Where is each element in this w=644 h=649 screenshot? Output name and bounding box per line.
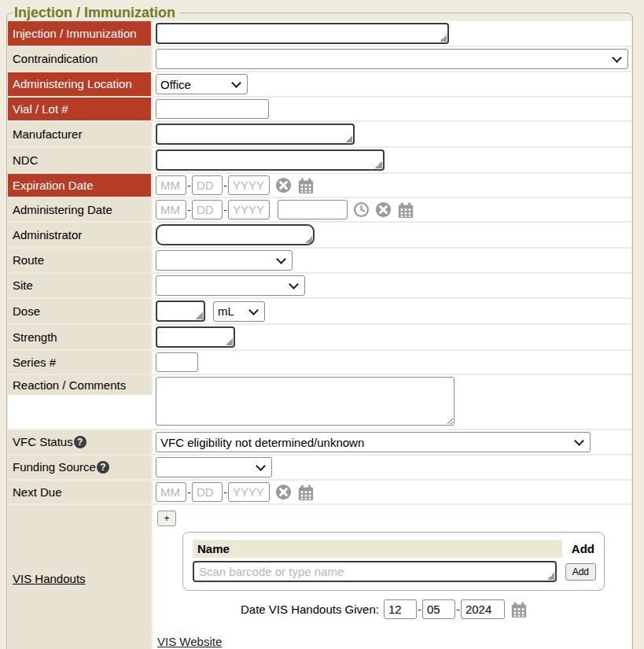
reaction-label: Reaction / Comments bbox=[8, 375, 153, 395]
vis-add-row-button[interactable]: + bbox=[157, 511, 176, 526]
vis-add-button[interactable]: Add bbox=[565, 563, 596, 581]
row-ndc: NDC bbox=[8, 148, 631, 174]
administering-date-label: Administering Date bbox=[8, 198, 153, 221]
injection-form: Injection / Immunization Injection / Imm… bbox=[6, 5, 633, 649]
administering-month-input[interactable] bbox=[156, 200, 186, 219]
vial-lot-input[interactable] bbox=[156, 99, 269, 119]
administrator-cell bbox=[153, 223, 631, 247]
administrator-label: Administrator bbox=[8, 223, 153, 247]
administering-date-cell: -- bbox=[153, 198, 631, 221]
injection-cell bbox=[153, 21, 631, 46]
injection-input[interactable] bbox=[156, 23, 449, 44]
vfc-status-select[interactable]: VFC eligibility not determined/unknown bbox=[156, 432, 591, 452]
next-due-cell: -- bbox=[153, 481, 631, 503]
site-cell bbox=[153, 274, 631, 297]
row-route: Route bbox=[8, 249, 631, 274]
vfc-status-help-icon[interactable]: ? bbox=[74, 436, 86, 448]
next-due-calendar-icon[interactable] bbox=[297, 484, 315, 501]
expiration-date-label: Expiration Date bbox=[8, 174, 153, 197]
expiration-year-input[interactable] bbox=[228, 175, 270, 195]
site-label: Site bbox=[8, 274, 153, 297]
strength-label: Strength bbox=[8, 325, 153, 349]
site-select[interactable] bbox=[156, 275, 305, 296]
funding-source-cell bbox=[153, 455, 631, 479]
row-vis-handouts: VIS Handouts + Name Add Add Date VIS Han… bbox=[8, 505, 631, 649]
dose-unit-select-wrap: mL bbox=[213, 301, 265, 322]
ndc-cell bbox=[153, 148, 631, 172]
row-contraindication: Contraindication bbox=[8, 47, 631, 72]
dose-label: Dose bbox=[8, 299, 153, 323]
ndc-input[interactable] bbox=[156, 149, 385, 171]
route-cell bbox=[153, 249, 631, 272]
expiration-calendar-icon[interactable] bbox=[297, 177, 315, 194]
manufacturer-input[interactable] bbox=[156, 124, 355, 145]
next-due-year-input[interactable] bbox=[228, 482, 270, 502]
strength-input[interactable] bbox=[156, 326, 235, 348]
vfc-status-label: VFC Status? bbox=[8, 430, 153, 454]
row-administering-location: Administering Location Office bbox=[8, 72, 631, 98]
dose-input[interactable] bbox=[156, 301, 205, 322]
administering-location-select[interactable]: Office bbox=[156, 74, 248, 94]
vis-handouts-link[interactable]: VIS Handouts bbox=[13, 572, 86, 585]
next-due-day-input[interactable] bbox=[192, 482, 223, 502]
route-select[interactable] bbox=[156, 250, 293, 271]
vial-lot-cell bbox=[153, 98, 631, 120]
vis-handouts-cell: + Name Add Add Date VIS Handouts Given: … bbox=[153, 505, 631, 649]
vis-handouts-label: VIS Handouts bbox=[8, 505, 153, 649]
vfc-status-select-wrap: VFC eligibility not determined/unknown bbox=[156, 432, 591, 452]
administering-location-cell: Office bbox=[153, 72, 631, 96]
site-select-wrap bbox=[156, 275, 305, 296]
ndc-label: NDC bbox=[8, 148, 153, 172]
funding-source-select[interactable] bbox=[156, 457, 272, 478]
row-vial-lot: Vial / Lot # bbox=[8, 98, 631, 122]
administering-calendar-icon[interactable] bbox=[397, 201, 414, 219]
row-administrator: Administrator bbox=[8, 223, 631, 249]
next-due-clear-icon[interactable] bbox=[275, 484, 292, 500]
vis-scan-input[interactable] bbox=[193, 561, 557, 582]
administering-clock-icon[interactable] bbox=[353, 201, 370, 218]
vis-entry-row: Add bbox=[193, 561, 596, 582]
row-funding-source: Funding Source? bbox=[8, 455, 631, 481]
contraindication-cell bbox=[153, 47, 631, 71]
row-next-due: Next Due -- bbox=[8, 481, 631, 505]
vial-lot-label: Vial / Lot # bbox=[8, 98, 153, 120]
row-site: Site bbox=[8, 274, 631, 299]
administering-time-input[interactable] bbox=[278, 200, 348, 219]
expiration-clear-icon[interactable] bbox=[275, 177, 292, 194]
expiration-day-input[interactable] bbox=[192, 175, 223, 195]
series-input[interactable] bbox=[156, 352, 198, 372]
row-injection: Injection / Immunization bbox=[8, 21, 631, 47]
vis-date-given: Date VIS Handouts Given: -- bbox=[241, 599, 628, 619]
row-reaction: Reaction / Comments bbox=[8, 375, 631, 430]
contraindication-select-wrap bbox=[156, 49, 628, 69]
funding-source-help-icon[interactable]: ? bbox=[97, 461, 109, 474]
next-due-month-input[interactable] bbox=[156, 482, 186, 502]
manufacturer-label: Manufacturer bbox=[8, 122, 153, 146]
vis-date-month-input[interactable] bbox=[384, 599, 417, 619]
funding-source-label: Funding Source? bbox=[8, 455, 153, 479]
funding-source-select-wrap bbox=[156, 457, 272, 478]
contraindication-select[interactable] bbox=[156, 49, 628, 69]
vis-handouts-box: Name Add Add bbox=[182, 532, 605, 591]
vfc-status-cell: VFC eligibility not determined/unknown bbox=[153, 430, 631, 454]
administrator-input[interactable] bbox=[156, 224, 315, 245]
vis-date-day-input[interactable] bbox=[422, 599, 455, 619]
administering-year-input[interactable] bbox=[228, 200, 270, 219]
row-manufacturer: Manufacturer bbox=[8, 122, 631, 148]
expiration-month-input[interactable] bbox=[156, 175, 186, 195]
manufacturer-cell bbox=[153, 122, 631, 146]
vis-date-calendar-icon[interactable] bbox=[510, 601, 528, 618]
series-label: Series # bbox=[8, 351, 153, 374]
dose-unit-select[interactable]: mL bbox=[213, 301, 265, 322]
administering-clear-icon[interactable] bbox=[375, 201, 392, 218]
reaction-cell bbox=[153, 375, 631, 427]
administering-day-input[interactable] bbox=[192, 200, 223, 219]
reaction-textarea[interactable] bbox=[156, 377, 454, 426]
route-label: Route bbox=[8, 249, 153, 272]
row-series: Series # bbox=[8, 351, 631, 375]
vis-date-year-input[interactable] bbox=[461, 599, 505, 619]
row-vfc-status: VFC Status? VFC eligibility not determin… bbox=[8, 430, 631, 455]
vis-website-link[interactable]: VIS Website bbox=[157, 635, 222, 648]
row-dose: Dose mL bbox=[8, 299, 631, 325]
row-strength: Strength bbox=[8, 325, 631, 351]
